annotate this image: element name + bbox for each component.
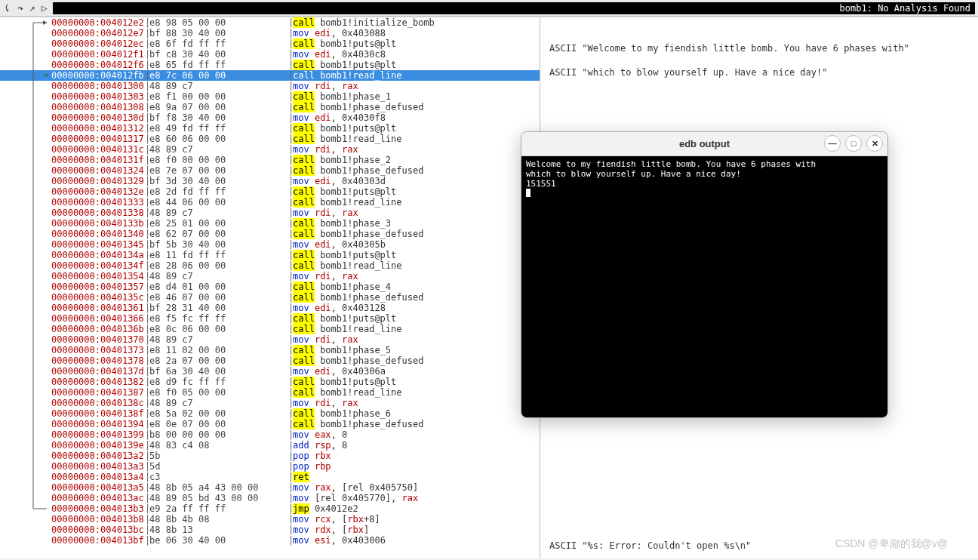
mnemonic: call [293, 165, 315, 176]
run-icon[interactable]: ▷ [42, 2, 48, 14]
disasm-row[interactable]: 00000000:0040134a|e8 11 fd ff ff|call bo… [0, 250, 540, 260]
disasm-row[interactable]: 00000000:004012e7|bf 88 30 40 00|mov edi… [0, 28, 540, 38]
disasm-row[interactable]: 00000000:0040131f|e8 f0 00 00 00|call bo… [0, 155, 540, 165]
mnemonic: mov [293, 81, 309, 91]
disasm-row[interactable]: 00000000:004013a3|5d|pop rbp [0, 461, 540, 472]
register: edi [315, 176, 331, 186]
disassembly-pane[interactable]: 00000000:004012e2|e8 98 05 00 00|call bo… [0, 17, 540, 558]
bytes: e8 d4 01 00 00 [149, 282, 288, 292]
register: eax [315, 429, 331, 440]
disasm-row[interactable]: 00000000:00401338|48 89 c7|mov rdi, rax [0, 208, 540, 218]
disasm-row[interactable]: 00000000:00401329|bf 3d 30 40 00|mov edi… [0, 176, 540, 186]
gutter [0, 155, 51, 165]
disasm-row[interactable]: 00000000:004013b3|e9 2a ff ff ff|jmp 0x4… [0, 503, 540, 514]
disasm-row[interactable]: 00000000:004013a5|48 8b 05 a4 43 00 00|m… [0, 482, 540, 493]
disasm-row[interactable]: 00000000:00401303|e8 f1 00 00 00|call bo… [0, 91, 540, 102]
gutter [0, 377, 51, 387]
address: 00000000:004012ec [51, 38, 145, 49]
step-out-icon[interactable]: ↗ [29, 2, 35, 14]
bytes: e8 f1 00 00 00 [149, 91, 288, 102]
bytes: e8 d9 fc ff ff [149, 377, 288, 387]
register: rax [342, 334, 358, 345]
gutter [0, 144, 51, 155]
disasm-row[interactable]: 00000000:004013a4|c3|ret [0, 472, 540, 482]
disasm-row[interactable]: 00000000:00401394|e8 0e 07 00 00|call bo… [0, 419, 540, 429]
minimize-button[interactable]: — [824, 135, 841, 152]
output-window-body[interactable]: Welcome to my fiendish little bomb. You … [521, 156, 887, 417]
disasm-row[interactable]: 00000000:00401340|e8 62 07 00 00|call bo… [0, 229, 540, 239]
disasm-row[interactable]: 00000000:0040134f|e8 28 06 00 00|call bo… [0, 260, 540, 271]
address: 00000000:004012e7 [51, 28, 145, 38]
disasm-row[interactable]: 00000000:00401366|e8 f5 fc ff ff|call bo… [0, 313, 540, 324]
mnemonic: call [293, 387, 315, 398]
mnemonic: ret [293, 472, 309, 482]
disasm-row[interactable]: 00000000:00401312|e8 49 fd ff ff|call bo… [0, 123, 540, 134]
disasm-row[interactable]: 00000000:0040135c|e8 46 07 00 00|call bo… [0, 292, 540, 303]
disasm-row[interactable]: 00000000:00401333|e8 44 06 00 00|call bo… [0, 197, 540, 208]
disasm-row[interactable]: 00000000:00401300|48 89 c7|mov rdi, rax [0, 81, 540, 91]
disasm-row[interactable]: 00000000:0040138f|e8 5a 02 00 00|call bo… [0, 408, 540, 419]
step-into-icon[interactable]: ⤹ [3, 2, 11, 14]
step-over-icon[interactable]: ↷ [17, 2, 23, 14]
disasm-row[interactable]: 00000000:00401382|e8 d9 fc ff ff|call bo… [0, 377, 540, 387]
disasm-row[interactable]: 00000000:00401308|e8 9a 07 00 00|call bo… [0, 102, 540, 112]
disasm-row[interactable]: 00000000:0040132e|e8 2d fd ff ff|call bo… [0, 186, 540, 197]
analysis-status-bar: bomb1: No Analysis Found [53, 2, 975, 14]
disasm-row[interactable]: 00000000:0040136b|e8 0c 06 00 00|call bo… [0, 324, 540, 334]
address: 00000000:00401399 [51, 429, 145, 440]
disasm-row[interactable]: 00000000:00401357|e8 d4 01 00 00|call bo… [0, 282, 540, 292]
gutter [0, 260, 51, 271]
disasm-row[interactable]: 00000000:004013b8|48 8b 4b 08|mov rcx, [… [0, 514, 540, 525]
register: rbx [347, 514, 364, 525]
disasm-row[interactable]: 00000000:004013a2|5b|pop rbx [0, 451, 540, 461]
disasm-row[interactable]: 00000000:004012f6|e8 65 fd ff ff|call bo… [0, 60, 540, 70]
close-button[interactable]: ✕ [866, 135, 883, 152]
address: 00000000:00401329 [51, 176, 145, 186]
address: 00000000:00401361 [51, 303, 145, 313]
disasm-row[interactable]: 00000000:00401361|bf 28 31 40 00|mov edi… [0, 303, 540, 313]
disasm-row[interactable]: 00000000:004013bf|be 06 30 40 00|mov esi… [0, 535, 540, 546]
disasm-row[interactable]: 00000000:00401373|e8 11 02 00 00|call bo… [0, 345, 540, 355]
disasm-row[interactable]: 00000000:0040130d|bf f8 30 40 00|mov edi… [0, 112, 540, 123]
disasm-row[interactable]: 00000000:0040131c|48 89 c7|mov rdi, rax [0, 144, 540, 155]
disasm-row[interactable]: 00000000:004013bc|48 8b 13|mov rdx, [rbx… [0, 525, 540, 535]
mnemonic: call [293, 355, 315, 366]
address: 00000000:0040131f [51, 155, 145, 165]
address: 00000000:00401366 [51, 313, 145, 324]
disasm-row[interactable]: 00000000:00401387|e8 f0 05 00 00|call bo… [0, 387, 540, 398]
gutter: ➔ [0, 70, 51, 81]
address: 00000000:0040134f [51, 260, 145, 271]
mnemonic: mov [293, 535, 309, 546]
mnemonic: call [293, 345, 315, 355]
disasm-row[interactable]: ➔00000000:004012fb|e8 7c 06 00 00|call b… [0, 70, 540, 81]
bytes: 48 89 c7 [149, 144, 288, 155]
maximize-button[interactable]: □ [845, 135, 862, 152]
output-window-title-bar[interactable]: edb output — □ ✕ [521, 132, 887, 156]
bytes: e8 25 01 00 00 [149, 218, 288, 229]
disasm-row[interactable]: 00000000:00401324|e8 7e 07 00 00|call bo… [0, 165, 540, 176]
disasm-row[interactable]: 00000000:0040139e|48 83 c4 08|add rsp, 8 [0, 440, 540, 451]
bytes: e8 7e 07 00 00 [149, 165, 288, 176]
bytes: 48 89 05 bd 43 00 00 [149, 493, 288, 503]
address: 00000000:0040132e [51, 186, 145, 197]
disasm-row[interactable]: 00000000:0040137d|bf 6a 30 40 00|mov edi… [0, 366, 540, 377]
disasm-row[interactable]: 00000000:004012ec|e8 6f fd ff ff|call bo… [0, 38, 540, 49]
register: rdi [315, 208, 331, 218]
disasm-row[interactable]: 00000000:00401345|bf 5b 30 40 00|mov edi… [0, 239, 540, 250]
gutter [0, 472, 51, 482]
mnemonic: call [293, 313, 315, 324]
disasm-row[interactable]: 00000000:004012e2|e8 98 05 00 00|call bo… [0, 17, 540, 28]
disasm-row[interactable]: 00000000:0040133b|e8 25 01 00 00|call bo… [0, 218, 540, 229]
disasm-row[interactable]: 00000000:00401354|48 89 c7|mov rdi, rax [0, 271, 540, 282]
disasm-row[interactable]: 00000000:00401378|e8 2a 07 00 00|call bo… [0, 355, 540, 366]
disasm-row[interactable]: 00000000:004012f1|bf c8 30 40 00|mov edi… [0, 49, 540, 60]
mnemonic: call [293, 60, 315, 70]
disasm-row[interactable]: 00000000:00401370|48 89 c7|mov rdi, rax [0, 334, 540, 345]
edb-output-window[interactable]: edb output — □ ✕ Welcome to my fiendish … [521, 131, 888, 418]
address: 00000000:0040133b [51, 218, 145, 229]
bytes: e8 98 05 00 00 [149, 17, 288, 28]
disasm-row[interactable]: 00000000:004013ac|48 89 05 bd 43 00 00|m… [0, 493, 540, 503]
disasm-row[interactable]: 00000000:0040138c|48 89 c7|mov rdi, rax [0, 398, 540, 408]
disasm-row[interactable]: 00000000:00401399|b8 00 00 00 00|mov eax… [0, 429, 540, 440]
disasm-row[interactable]: 00000000:00401317|e8 60 06 00 00|call bo… [0, 134, 540, 144]
